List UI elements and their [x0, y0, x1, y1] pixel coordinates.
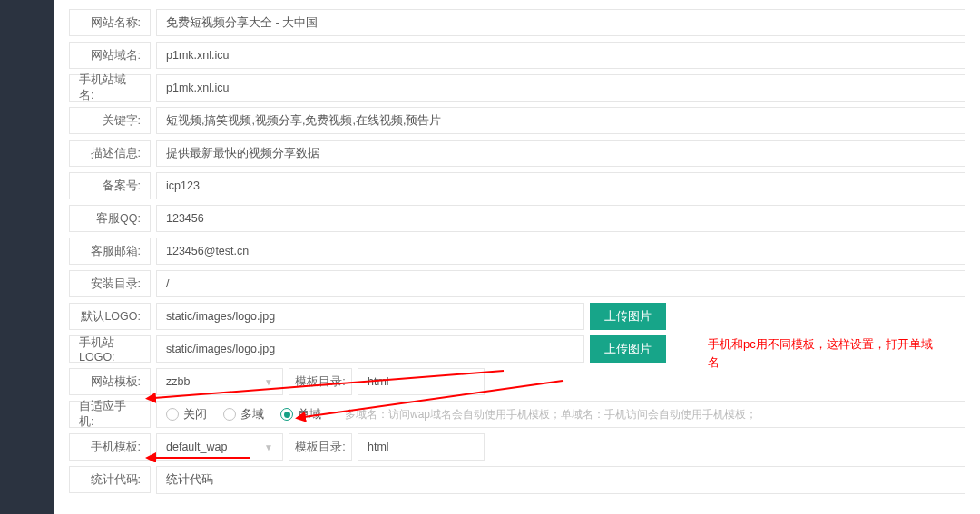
textarea-stats[interactable]: 统计代码	[156, 466, 965, 494]
input-keywords[interactable]	[156, 107, 965, 134]
radio-icon	[166, 408, 179, 421]
row-stats: 统计代码: 统计代码	[69, 466, 965, 494]
label-adaptive: 自适应手机:	[69, 401, 151, 428]
label-mobile-template: 手机模板:	[69, 433, 151, 461]
annotation-text: 手机和pc用不同模板，这样设置，打开单域名	[708, 335, 944, 371]
radio-adaptive-off[interactable]: 关闭	[166, 407, 207, 422]
row-mobile-domain: 手机站域名:	[69, 74, 965, 102]
label-keywords: 关键字:	[69, 107, 151, 134]
row-adaptive: 自适应手机: 关闭 多域 单域 多域名：访问wap域名会自动使用手机模板；单域名…	[69, 401, 965, 428]
row-default-logo: 默认LOGO: 上传图片	[69, 303, 965, 330]
select-mobile-template-value: default_wap	[166, 441, 227, 453]
radio-icon	[280, 408, 293, 421]
row-email: 客服邮箱:	[69, 238, 965, 265]
select-mobile-template[interactable]: default_wap ▼	[156, 433, 283, 461]
label-icp: 备案号:	[69, 172, 151, 199]
label-template-dir: 模板目录:	[289, 368, 352, 395]
input-email[interactable]	[156, 238, 965, 265]
row-mobile-template: 手机模板: default_wap ▼ 模板目录:	[69, 433, 965, 461]
row-install-dir: 安装目录:	[69, 270, 965, 297]
radio-adaptive-multi[interactable]: 多域	[223, 407, 264, 422]
row-keywords: 关键字:	[69, 107, 965, 134]
label-email: 客服邮箱:	[69, 238, 151, 265]
input-default-logo[interactable]	[156, 303, 584, 330]
adaptive-hint: 多域名：访问wap域名会自动使用手机模板；单域名：手机访问会自动使用手机模板；	[345, 407, 757, 422]
label-mobile-template-dir: 模板目录:	[289, 433, 352, 461]
input-install-dir[interactable]	[156, 270, 965, 297]
left-sidebar	[0, 0, 54, 514]
label-site-name: 网站名称:	[69, 9, 151, 36]
row-description: 描述信息:	[69, 140, 965, 167]
chevron-down-icon: ▼	[264, 377, 273, 387]
label-description: 描述信息:	[69, 140, 151, 167]
label-default-logo: 默认LOGO:	[69, 303, 151, 330]
radio-icon	[223, 408, 236, 421]
main-content: 网站名称: 网站域名: 手机站域名: 关键字: 描述信息: 备案号: 客服QQ:…	[54, 0, 980, 514]
input-mobile-domain[interactable]	[156, 74, 965, 102]
input-mobile-template-dir[interactable]	[358, 433, 485, 461]
upload-default-logo-button[interactable]: 上传图片	[590, 303, 666, 330]
input-qq[interactable]	[156, 205, 965, 232]
row-icp: 备案号:	[69, 172, 965, 199]
row-site-domain: 网站域名:	[69, 42, 965, 69]
select-site-template-value: zzbb	[166, 375, 190, 388]
label-install-dir: 安装目录:	[69, 270, 151, 297]
input-description[interactable]	[156, 140, 965, 167]
radio-group-adaptive: 关闭 多域 单域 多域名：访问wap域名会自动使用手机模板；单域名：手机访问会自…	[156, 401, 965, 428]
row-site-template: 网站模板: zzbb ▼ 模板目录:	[69, 368, 965, 395]
label-stats: 统计代码:	[69, 466, 151, 493]
chevron-down-icon: ▼	[264, 442, 273, 452]
label-site-template: 网站模板:	[69, 368, 151, 395]
input-mobile-logo[interactable]	[156, 335, 584, 363]
input-template-dir[interactable]	[358, 368, 485, 395]
upload-mobile-logo-button[interactable]: 上传图片	[590, 335, 666, 363]
radio-adaptive-single[interactable]: 单域	[280, 407, 321, 422]
select-site-template[interactable]: zzbb ▼	[156, 368, 283, 395]
input-icp[interactable]	[156, 172, 965, 199]
input-site-domain[interactable]	[156, 42, 965, 69]
label-qq: 客服QQ:	[69, 205, 151, 232]
input-site-name[interactable]	[156, 9, 965, 36]
label-mobile-domain: 手机站域名:	[69, 74, 151, 102]
row-qq: 客服QQ:	[69, 205, 965, 232]
label-site-domain: 网站域名:	[69, 42, 151, 69]
label-mobile-logo: 手机站LOGO:	[69, 335, 151, 363]
row-site-name: 网站名称:	[69, 9, 965, 36]
